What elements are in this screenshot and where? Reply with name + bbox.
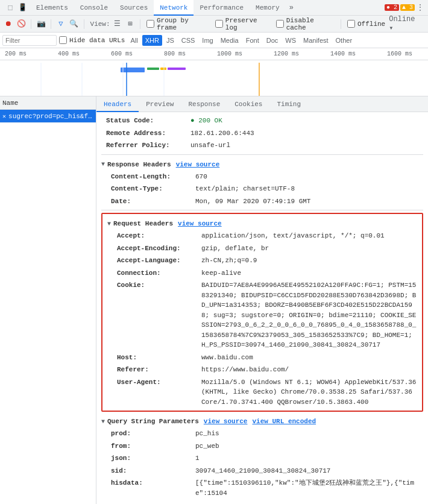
response-headers-header: ▼ Response Headers view source [101,157,423,171]
request-headers-toggle[interactable]: ▼ [107,221,111,227]
query-params-rows: prod: pc_his from: pc_web json: 1 sid: 3… [101,427,423,499]
response-headers-view-source[interactable]: view source [176,161,220,168]
filter-js-btn[interactable]: JS [163,35,177,46]
detail-tabs: Headers Preview Response Cookies Timing [96,96,428,112]
filter-bar: Hide data URLs All XHR JS CSS Img Media … [0,33,428,48]
filter-all-btn[interactable]: All [127,35,140,46]
request-headers-rows: Accept: application/json, text/javascrip… [107,230,417,408]
param-from-val: pc_web [195,441,219,452]
referrer-val: unsafe-url [190,140,230,151]
filter-font-btn[interactable]: Font [243,35,262,46]
filter-input[interactable] [2,35,57,46]
preserve-log-checkbox[interactable] [215,20,223,28]
preserve-log-group: Preserve log [215,17,272,31]
tab-performance[interactable]: Performance [194,0,250,16]
request-item[interactable]: ✕ sugrec?prod=pc_his&from=pc... [0,110,96,123]
online-dropdown[interactable]: Online ▾ [386,18,426,30]
cookie-row: Cookie: BAIDUID=7AE8A4E9996A5EE49552102A… [107,279,417,351]
clear-btn[interactable]: 🚫 [16,18,28,30]
request-headers-header: ▼ Request Headers view source [107,216,417,230]
separator-2 [51,19,51,29]
offline-checkbox[interactable] [347,20,355,28]
user-agent-val: Mozilla/5.0 (Windows NT 6.1; WOW64) Appl… [201,377,417,408]
detail-tab-headers[interactable]: Headers [96,96,139,112]
request-list-header: Name [0,96,96,110]
referer-val: https://www.baidu.com/ [201,365,289,375]
response-content-type-key: Content-Type: [111,184,195,194]
accept-encoding-key: Accept-Encoding: [117,244,201,254]
more-tabs-btn[interactable]: » [286,4,297,12]
request-close-icon[interactable]: ✕ [2,113,6,120]
tab-network[interactable]: Network [154,0,194,16]
separator-5 [341,19,341,29]
response-headers-title: Response Headers [107,161,171,168]
query-params-view-source[interactable]: view source [204,418,248,425]
response-date-key: Date: [111,197,195,207]
param-prod-key: prod: [111,429,195,439]
referer-key: Referer: [117,365,201,375]
timeline-label-3: 800 ms [164,51,186,57]
accept-val: application/json, text/javascript, */*; … [201,231,385,241]
filter-xhr-btn[interactable]: XHR [142,35,162,46]
request-item-name: sugrec?prod=pc_his&from=pc... [8,113,93,120]
remote-row: Remote Address: 182.61.200.6:443 [101,127,423,140]
filter-other-btn[interactable]: Other [333,35,356,46]
filter-css-btn[interactable]: CSS [178,35,198,46]
response-date-val: Mon, 09 Mar 2020 07:49:19 GMT [195,197,310,207]
param-prod-row: prod: pc_his [101,427,423,440]
accept-row: Accept: application/json, text/javascrip… [107,230,417,242]
query-params-toggle[interactable]: ▼ [101,418,105,425]
referrer-row: Referrer Policy: unsafe-url [101,139,423,152]
request-headers-view-source[interactable]: view source [178,220,222,227]
tab-elements[interactable]: Elements [30,0,74,16]
accept-encoding-val: gzip, deflate, br [201,244,269,254]
filter-media-btn[interactable]: Media [218,35,242,46]
user-agent-row: User-Agent: Mozilla/5.0 (Windows NT 6.1;… [107,376,417,409]
preserve-log-label: Preserve log [225,17,272,31]
disable-cache-checkbox[interactable] [276,20,284,28]
tab-sources[interactable]: Sources [114,0,154,16]
param-hisdata-key: hisdata: [111,478,195,488]
timeline-label-0: 200 ms [5,51,27,57]
offline-label: Offline [357,20,385,28]
query-params-title: Query String Parameters [107,418,199,425]
connection-val: keep-alive [201,268,241,279]
settings-icon[interactable]: ⋮ [415,2,426,13]
device-icon[interactable]: 📱 [17,2,28,13]
accept-language-key: Accept-Language: [117,256,201,266]
detail-tab-preview[interactable]: Preview [139,96,181,112]
detail-tab-timing[interactable]: Timing [269,96,308,112]
filter-manifest-btn[interactable]: Manifest [300,35,332,46]
tab-console[interactable]: Console [74,0,114,16]
query-params-view-url[interactable]: view URL encoded [252,418,316,425]
record-btn[interactable]: ⏺ [2,18,14,30]
param-json-val: 1 [195,453,200,464]
timeline-label-1: 400 ms [58,51,80,57]
error-badge: ● 2 [385,4,399,11]
filter-doc-btn[interactable]: Doc [263,35,282,46]
inspect-icon[interactable]: ⬚ [5,2,16,13]
hide-data-urls-group: Hide data URLs [59,36,125,44]
cookie-key: Cookie: [117,280,201,291]
detail-tab-cookies[interactable]: Cookies [227,96,269,112]
timeline-label-6: 1400 ms [330,51,356,57]
offline-group: Offline [347,20,385,28]
group-frame-checkbox[interactable] [146,20,154,28]
response-headers-toggle[interactable]: ▼ [101,161,105,168]
tree-view-btn[interactable]: ⊞ [124,18,136,30]
separator-1 [31,19,31,29]
filter-ws-btn[interactable]: WS [282,35,299,46]
devtools-icons: ⬚ 📱 [2,2,30,13]
filter-img-btn[interactable]: Img [199,35,216,46]
filter-btn[interactable]: ▽ [55,18,67,30]
disable-cache-group: Disable cache [276,17,337,31]
camera-btn[interactable]: 📷 [35,18,47,30]
tab-memory[interactable]: Memory [250,0,286,16]
response-content-length-key: Content-Length: [111,172,195,182]
param-sid-val: 30974_1460_21090_30841_30824_30717 [195,466,330,476]
detail-tab-response[interactable]: Response [181,96,227,112]
list-view-btn[interactable]: ☰ [112,18,124,30]
hide-data-urls-checkbox[interactable] [59,36,67,44]
separator-4 [140,19,140,29]
search-btn[interactable]: 🔍 [68,18,80,30]
